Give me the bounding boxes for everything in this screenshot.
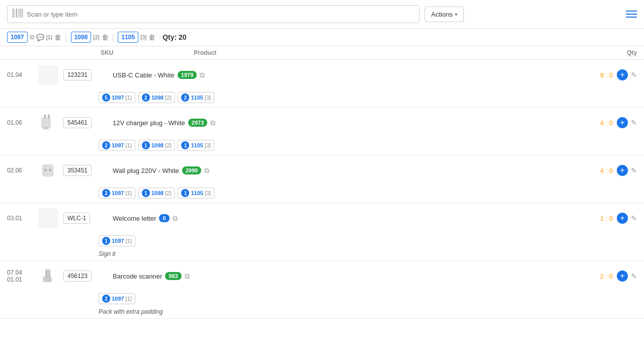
product-row-2-main: 01.06 545461 12V charger plug - White 29… — [0, 108, 644, 138]
row-2-sku-wrap: 545461 — [63, 117, 109, 128]
scan-input[interactable] — [27, 11, 414, 18]
row-3-tag-1097[interactable]: 2 1097 [1] — [99, 188, 135, 199]
header-sku: SKU — [101, 49, 194, 56]
row-1-tag-1098-bracket: [2] — [165, 95, 171, 101]
row-4-sku-wrap: WLC-1 — [63, 213, 109, 224]
row-1-tag-1097-count: 5 — [102, 94, 110, 102]
svg-rect-16 — [48, 270, 48, 277]
tab-1097-delete-icon[interactable]: 🗑 — [54, 33, 61, 41]
svg-rect-14 — [43, 277, 52, 282]
tab-1097-comment-icon[interactable]: 💬 — [36, 34, 44, 41]
row-3-sku: 353451 — [63, 165, 92, 176]
top-bar: Actions ▾ — [0, 0, 644, 29]
svg-rect-4 — [20, 9, 21, 18]
row-2-actions: + ✎ — [617, 117, 637, 128]
row-1-badge: 1979 — [178, 71, 197, 79]
product-row-4: 03.01 WLC-1 Welcome letter 0 ⧉ 1 : 0 + ✎… — [0, 203, 644, 261]
tab-1105-label: 1105 — [121, 34, 135, 41]
row-2-tag-1105-id: 1105 — [191, 142, 203, 148]
row-1-info-icon[interactable]: ⧉ — [200, 71, 205, 79]
row-4-actions: + ✎ — [617, 213, 637, 224]
row-1-tag-1105[interactable]: 2 1105 [3] — [178, 92, 214, 103]
row-4-edit-button[interactable]: ✎ — [631, 214, 637, 222]
svg-rect-7 — [44, 115, 46, 119]
row-4-tag-1097-bracket: [1] — [125, 238, 131, 244]
row-2-qty: 4 : 0 — [573, 119, 613, 127]
header-qty: Qty — [561, 49, 637, 56]
row-3-qty: 4 : 0 — [573, 167, 613, 174]
row-3-info-icon[interactable]: ⧉ — [204, 166, 209, 175]
row-1-sku-wrap: 123231 — [63, 69, 109, 80]
actions-button[interactable]: Actions ▾ — [425, 7, 464, 22]
row-3-add-button[interactable]: + — [617, 165, 628, 176]
product-row-2: 01.06 545461 12V charger plug - White 29… — [0, 108, 644, 155]
row-3-tag-1098[interactable]: 1 1098 [2] — [138, 188, 175, 199]
row-1-tag-1098-id: 1098 — [151, 95, 164, 101]
row-1-tag-1097[interactable]: 5 1097 [1] — [99, 92, 135, 103]
tab-divider-2: | — [112, 32, 115, 43]
row-5-badge: 983 — [165, 272, 181, 280]
row-2-sub-row: 2 1097 [1] 1 1098 [2] 1 1105 [3] — [0, 138, 644, 155]
row-3-img — [37, 159, 59, 182]
row-3-tag-1105[interactable]: 1 1105 [3] — [178, 188, 214, 199]
row-2-tag-1105[interactable]: 1 1105 [3] — [178, 140, 214, 151]
row-5-edit-button[interactable]: ✎ — [631, 272, 637, 280]
row-4-sku: WLC-1 — [63, 213, 90, 224]
scan-input-wrap[interactable] — [7, 5, 420, 23]
row-4-note: Sign it — [0, 250, 644, 260]
tab-1105[interactable]: 1105 — [118, 32, 138, 43]
tab-1105-delete-icon[interactable]: 🗑 — [148, 33, 155, 41]
row-5-sub-row: 2 1097 [1] — [0, 291, 644, 308]
row-2-tag-1098[interactable]: 1 1098 [2] — [138, 140, 175, 151]
row-2-tag-1097-bracket: [1] — [125, 142, 131, 148]
row-3-product: Wall plug 220V - White 2990 ⧉ — [113, 166, 569, 175]
tab-1098-delete-icon[interactable]: 🗑 — [102, 33, 109, 41]
row-2-img — [37, 112, 59, 134]
row-4-tag-1097[interactable]: 1 1097 [1] — [99, 235, 135, 246]
row-2-tag-1097[interactable]: 2 1097 [1] — [99, 140, 135, 151]
tab-1097-label: 1097 — [11, 34, 24, 41]
row-3-edit-button[interactable]: ✎ — [631, 166, 637, 174]
row-5-tag-1097[interactable]: 2 1097 [1] — [99, 293, 135, 304]
row-4-sub-row: 1 1097 [1] — [0, 233, 644, 250]
row-1-tag-1098-count: 2 — [142, 94, 150, 102]
row-2-edit-button[interactable]: ✎ — [631, 119, 637, 127]
tab-1098[interactable]: 1098 — [71, 32, 92, 43]
row-1-edit-button[interactable]: ✎ — [631, 71, 637, 79]
row-1-sub-row: 5 1097 [1] 2 1098 [2] 2 1105 [3] — [0, 90, 644, 107]
row-4-add-button[interactable]: + — [617, 213, 628, 224]
row-5-img — [37, 265, 59, 287]
barcode-icon — [13, 9, 23, 20]
row-5-add-button[interactable]: + — [617, 270, 628, 282]
svg-rect-9 — [43, 127, 49, 130]
row-1-product-name: USB-C Cable - White — [113, 71, 175, 79]
row-4-img — [37, 207, 59, 229]
row-1-tag-1098[interactable]: 2 1098 [2] — [138, 92, 175, 103]
product-row-4-main: 03.01 WLC-1 Welcome letter 0 ⧉ 1 : 0 + ✎ — [0, 203, 644, 233]
row-1-qty: 9 : 0 — [573, 71, 613, 79]
row-3-tag-1098-bracket: [2] — [165, 190, 171, 196]
tab-1098-count: [2] — [93, 34, 99, 40]
row-5-qty: 2 : 0 — [573, 273, 613, 280]
row-2-tag-1098-count: 1 — [142, 141, 150, 149]
row-4-product: Welcome letter 0 ⧉ — [113, 214, 569, 223]
row-2-info-icon[interactable]: ⧉ — [210, 119, 215, 127]
row-5-product-name: Barcode scanner — [113, 273, 162, 280]
row-1-add-button[interactable]: + — [617, 69, 628, 80]
tab-1097-copy-icon[interactable]: ⧉ — [30, 33, 34, 41]
row-3-tag-1098-count: 1 — [142, 189, 150, 197]
tab-1097[interactable]: 1097 — [7, 32, 28, 43]
row-3-product-name: Wall plug 220V - White — [113, 167, 179, 174]
row-5-info-icon[interactable]: ⧉ — [185, 272, 190, 281]
menu-icon[interactable] — [626, 11, 637, 18]
row-1-tag-1105-count: 2 — [181, 94, 189, 102]
row-3-tag-1105-count: 1 — [181, 189, 189, 197]
row-1-tag-1097-id: 1097 — [112, 95, 124, 101]
row-2-sku: 545461 — [63, 117, 92, 128]
row-3-badge: 2990 — [182, 166, 201, 174]
row-2-add-button[interactable]: + — [617, 117, 628, 128]
svg-rect-15 — [46, 270, 47, 277]
row-3-tag-1097-count: 2 — [102, 189, 110, 197]
row-4-info-icon[interactable]: ⧉ — [173, 214, 178, 223]
actions-label: Actions — [431, 11, 453, 18]
